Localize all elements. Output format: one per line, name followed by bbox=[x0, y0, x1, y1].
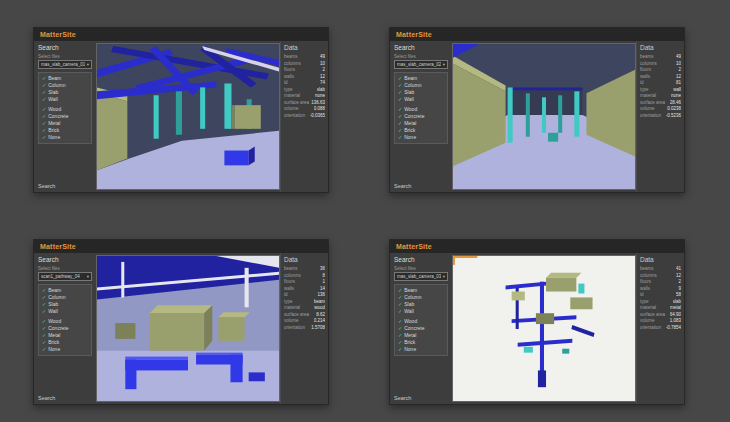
mattersite-window-top-left: MatterSite Search Select files mas_slab_… bbox=[33, 27, 329, 193]
data-row-value: -0.5236 bbox=[666, 113, 681, 120]
file-dropdown[interactable]: mas_slab_camera_02 ▾ bbox=[394, 60, 448, 69]
filter-checkbox-item[interactable]: ✓ Beam bbox=[42, 75, 88, 82]
filter-checkbox-item[interactable]: ✓ Beam bbox=[398, 287, 444, 294]
app-title: MatterSite bbox=[396, 243, 432, 250]
data-row-value: -0.7854 bbox=[666, 325, 681, 332]
filter-checkbox-item[interactable]: ✓ Slab bbox=[398, 89, 444, 96]
viewport-3d[interactable] bbox=[452, 255, 636, 402]
filter-label: Brick bbox=[404, 340, 415, 345]
search-section-label: Search bbox=[394, 256, 448, 263]
filter-checkbox-item[interactable]: ✓ Slab bbox=[42, 301, 88, 308]
data-row-value: -0.0365 bbox=[310, 113, 325, 120]
checkbox-check-icon: ✓ bbox=[398, 97, 402, 102]
filter-checkbox-item[interactable]: ✓ Metal bbox=[42, 120, 88, 127]
window-titlebar[interactable]: MatterSite bbox=[34, 240, 328, 253]
file-dropdown[interactable]: mas_slab_camera_01 ▾ bbox=[38, 60, 92, 69]
data-panel: Data beams 49 columns 10 floors 2 walls … bbox=[280, 41, 328, 192]
filter-checkbox-item[interactable]: ✓ None bbox=[42, 134, 88, 141]
viewport-3d[interactable] bbox=[96, 43, 280, 190]
filter-label: Wall bbox=[404, 97, 414, 102]
filter-label: Column bbox=[404, 295, 421, 300]
filter-label: Wood bbox=[404, 107, 417, 112]
filter-checkbox-item[interactable]: ✓ Column bbox=[42, 82, 88, 89]
filter-checkbox-item[interactable]: ✓ None bbox=[398, 346, 444, 353]
filter-checkbox-item[interactable]: ✓ Wall bbox=[398, 96, 444, 103]
sidebar-footer-label: Search bbox=[38, 183, 92, 190]
file-dropdown[interactable]: scan1_pathway_04 ▾ bbox=[38, 272, 92, 281]
search-section-label: Search bbox=[394, 44, 448, 51]
filter-label: Concrete bbox=[404, 114, 424, 119]
checkbox-check-icon: ✓ bbox=[398, 114, 402, 119]
window-titlebar[interactable]: MatterSite bbox=[34, 28, 328, 41]
filter-label: Brick bbox=[404, 128, 415, 133]
data-panel-title: Data bbox=[640, 44, 681, 51]
checkbox-check-icon: ✓ bbox=[398, 83, 402, 88]
mid-walls bbox=[231, 105, 260, 129]
filter-checkbox-item[interactable]: ✓ Metal bbox=[42, 332, 88, 339]
filter-checkbox-item[interactable]: ✓ Wood bbox=[42, 318, 88, 325]
file-dropdown-value: scan1_pathway_04 bbox=[41, 274, 80, 279]
checkbox-check-icon: ✓ bbox=[42, 114, 46, 119]
filter-checkbox-item[interactable]: ✓ Brick bbox=[42, 339, 88, 346]
filter-label: Slab bbox=[404, 90, 414, 95]
filter-checkbox-item[interactable]: ✓ Concrete bbox=[398, 113, 444, 120]
checkbox-check-icon: ✓ bbox=[398, 135, 402, 140]
filter-checkbox-item[interactable]: ✓ Wall bbox=[42, 96, 88, 103]
chevron-down-icon: ▾ bbox=[443, 62, 445, 67]
filter-label: Metal bbox=[48, 121, 60, 126]
filter-checkbox-item[interactable]: ✓ Brick bbox=[42, 127, 88, 134]
filter-checkbox-item[interactable]: ✓ None bbox=[42, 346, 88, 353]
filter-checkbox-item[interactable]: ✓ Metal bbox=[398, 120, 444, 127]
filter-checkbox-item[interactable]: ✓ Wood bbox=[398, 106, 444, 113]
checkbox-check-icon: ✓ bbox=[398, 302, 402, 307]
filter-checkbox-item[interactable]: ✓ Column bbox=[398, 82, 444, 89]
filter-label: Wall bbox=[48, 309, 58, 314]
checkbox-check-icon: ✓ bbox=[42, 326, 46, 331]
chevron-down-icon: ▾ bbox=[87, 274, 89, 279]
filter-checkbox-item[interactable]: ✓ Beam bbox=[398, 75, 444, 82]
checkbox-check-icon: ✓ bbox=[42, 128, 46, 133]
filter-checkbox-item[interactable]: ✓ Column bbox=[398, 294, 444, 301]
checkbox-check-icon: ✓ bbox=[398, 319, 402, 324]
filter-checkbox-item[interactable]: ✓ Wall bbox=[42, 308, 88, 315]
checkbox-check-icon: ✓ bbox=[42, 135, 46, 140]
filter-label: Brick bbox=[48, 128, 59, 133]
filter-label: Beam bbox=[404, 288, 417, 293]
file-dropdown[interactable]: mas_slab_camera_03 ▾ bbox=[394, 272, 448, 281]
checkbox-check-icon: ✓ bbox=[42, 309, 46, 314]
data-row-label: orientation bbox=[640, 113, 661, 120]
data-row-label: orientation bbox=[284, 325, 305, 332]
filter-label: Column bbox=[404, 83, 421, 88]
filter-label: None bbox=[404, 135, 416, 140]
filter-checkbox-item[interactable]: ✓ None bbox=[398, 134, 444, 141]
filter-checkbox-item[interactable]: ✓ Concrete bbox=[42, 113, 88, 120]
window-titlebar[interactable]: MatterSite bbox=[390, 28, 684, 41]
filter-checkbox-item[interactable]: ✓ Metal bbox=[398, 332, 444, 339]
filter-checkbox-item[interactable]: ✓ Wood bbox=[398, 318, 444, 325]
checkbox-check-icon: ✓ bbox=[398, 121, 402, 126]
app-title: MatterSite bbox=[40, 243, 76, 250]
filter-checkbox-item[interactable]: ✓ Concrete bbox=[42, 325, 88, 332]
filter-checkbox-item[interactable]: ✓ Beam bbox=[42, 287, 88, 294]
window-titlebar[interactable]: MatterSite bbox=[390, 240, 684, 253]
filter-checkbox-item[interactable]: ✓ Brick bbox=[398, 127, 444, 134]
filter-checkbox-item[interactable]: ✓ Wall bbox=[398, 308, 444, 315]
filter-label: Slab bbox=[48, 90, 58, 95]
viewport-3d[interactable] bbox=[452, 43, 636, 190]
desktop: MatterSite Search Select files mas_slab_… bbox=[0, 0, 730, 422]
checkbox-check-icon: ✓ bbox=[42, 83, 46, 88]
checkbox-check-icon: ✓ bbox=[42, 76, 46, 81]
data-row-label: orientation bbox=[284, 113, 305, 120]
viewport-3d[interactable] bbox=[96, 255, 280, 402]
data-panel-title: Data bbox=[284, 44, 325, 51]
filter-checkbox-item[interactable]: ✓ Wood bbox=[42, 106, 88, 113]
filter-checkbox-item[interactable]: ✓ Slab bbox=[42, 89, 88, 96]
filter-label: Slab bbox=[48, 302, 58, 307]
filter-checkbox-item[interactable]: ✓ Concrete bbox=[398, 325, 444, 332]
filter-checkbox-item[interactable]: ✓ Brick bbox=[398, 339, 444, 346]
filter-checkbox-item[interactable]: ✓ Column bbox=[42, 294, 88, 301]
data-row: orientation 1.5708 bbox=[284, 325, 325, 332]
filter-checkbox-item[interactable]: ✓ Slab bbox=[398, 301, 444, 308]
filter-label: Concrete bbox=[404, 326, 424, 331]
filter-label: Concrete bbox=[48, 326, 68, 331]
